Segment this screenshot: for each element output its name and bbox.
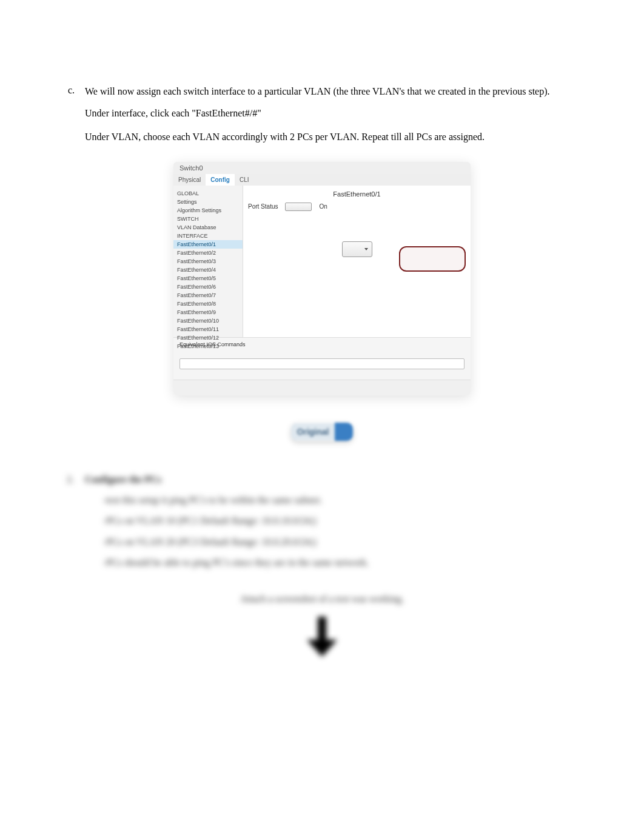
section-2-line: -test this setup it ping PC's to be with… — [103, 494, 577, 507]
config-panel: FastEthernet0/1 Port Status On — [243, 186, 471, 337]
port-status-label: Port Status — [248, 203, 278, 210]
sidebar-item[interactable]: SWITCH — [173, 215, 243, 223]
section-2-title: Configure the PCs — [85, 474, 161, 485]
sidebar: GLOBAL Settings Algorithm Settings SWITC… — [173, 186, 243, 337]
sidebar-item[interactable]: FastEthernet0/5 — [173, 274, 243, 283]
sidebar-item[interactable]: FastEthernet0/4 — [173, 266, 243, 274]
sidebar-item[interactable]: FastEthernet0/10 — [173, 317, 243, 325]
sidebar-item[interactable]: FastEthernet0/7 — [173, 291, 243, 300]
window-title: Switch0 — [173, 162, 471, 174]
sidebar-item[interactable]: FastEthernet0/9 — [173, 308, 243, 317]
cli-header: Equivalent IOS Commands — [179, 341, 465, 347]
sidebar-item-selected[interactable]: FastEthernet0/1 — [173, 240, 243, 249]
step-c-text: We will now assign each switch interface… — [85, 85, 577, 98]
paragraph-vlan: Under VLAN, choose each VLAN accordingly… — [85, 130, 577, 144]
down-arrow-icon — [307, 617, 337, 659]
sidebar-item[interactable]: FastEthernet0/3 — [173, 257, 243, 266]
sidebar-item[interactable]: Algorithm Settings — [173, 206, 243, 215]
list-marker-c: c. — [67, 85, 85, 98]
vlan-dropdown[interactable] — [342, 241, 372, 257]
blurred-section: 2. Configure the PCs -test this setup it… — [67, 474, 577, 660]
sidebar-item[interactable]: FastEthernet0/2 — [173, 249, 243, 257]
on-label: On — [319, 203, 327, 210]
sidebar-item[interactable]: FastEthernet0/8 — [173, 300, 243, 308]
sidebar-item[interactable]: Settings — [173, 198, 243, 206]
tab-row: Physical Config CLI — [173, 174, 471, 186]
pill-icon — [335, 423, 353, 441]
pill-label: Original — [291, 423, 335, 440]
tab-config[interactable]: Config — [206, 174, 235, 186]
sidebar-item[interactable]: GLOBAL — [173, 189, 243, 198]
cli-area: Equivalent IOS Commands — [173, 337, 471, 380]
sidebar-item[interactable]: FastEthernet0/12 — [173, 334, 243, 342]
sidebar-item[interactable]: FastEthernet0/11 — [173, 325, 243, 334]
original-pill[interactable]: Original — [291, 423, 354, 441]
attach-instruction: Attach a screenshot of a test was workin… — [67, 594, 577, 605]
sidebar-item[interactable]: VLAN Database — [173, 223, 243, 232]
annotation-circle — [399, 246, 466, 272]
paragraph-interface: Under interface, click each "FastEtherne… — [85, 107, 577, 120]
sidebar-item[interactable]: FastEthernet0/6 — [173, 283, 243, 291]
section-2-line: -PCs on VLAN 10 (PC1 Default Range: 10.0… — [103, 514, 577, 528]
section-2-line: -PCs on VLAN 20 (PC3 Default Range: 10.0… — [103, 535, 577, 549]
cli-input[interactable] — [179, 358, 465, 369]
tab-physical[interactable]: Physical — [173, 174, 206, 186]
list-marker-2: 2. — [67, 474, 85, 485]
window-footer — [173, 380, 471, 395]
port-status-toggle[interactable] — [285, 203, 312, 211]
sidebar-item[interactable]: INTERFACE — [173, 232, 243, 240]
section-2-line: -PCs should be able to ping PC's since t… — [103, 556, 577, 569]
embedded-screenshot: Switch0 Physical Config CLI GLOBAL Setti… — [173, 162, 471, 395]
panel-title: FastEthernet0/1 — [248, 190, 466, 198]
tab-cli[interactable]: CLI — [235, 174, 254, 186]
